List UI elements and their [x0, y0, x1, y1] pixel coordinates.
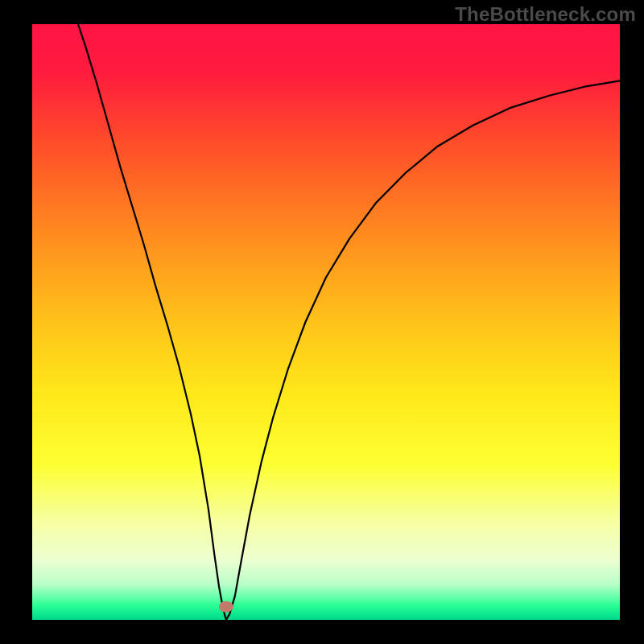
- gradient-background: [32, 24, 620, 620]
- chart-frame: TheBottleneck.com: [0, 0, 644, 644]
- chart-svg: [32, 24, 620, 620]
- minimum-marker: [219, 601, 233, 613]
- watermark-text: TheBottleneck.com: [455, 3, 636, 26]
- plot-area: [32, 24, 620, 620]
